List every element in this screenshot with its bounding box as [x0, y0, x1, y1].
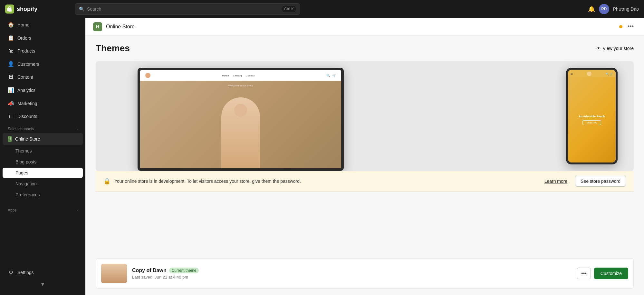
- sidebar-item-discounts[interactable]: 🏷 Discounts: [3, 110, 83, 123]
- customers-icon: 👤: [8, 61, 14, 67]
- main-layout: 🏠 Home 📋 Orders 🛍 Products 👤 Customers 🖼…: [0, 18, 644, 295]
- sidebar-item-products[interactable]: 🛍 Products: [3, 45, 83, 57]
- mobile-cart-icon: 🛒: [610, 73, 613, 75]
- mobile-screen: ☰ 🔍 🛒 An Adorable Peach Shop Now: [568, 70, 616, 162]
- menu-icon: ☰: [571, 73, 573, 75]
- home-icon: 🏠: [8, 22, 14, 28]
- sidebar-item-label: Discounts: [17, 114, 37, 119]
- desktop-hero-figure: [221, 97, 260, 168]
- scroll-down-indicator: ▼: [0, 279, 85, 290]
- themes-header: Themes 👁 View your store: [96, 43, 634, 54]
- desktop-hero: Welcome to our Store: [140, 81, 341, 168]
- sidebar-subitem-pages[interactable]: Pages: [3, 168, 83, 178]
- orders-icon: 📋: [8, 35, 14, 41]
- content-header: H Online Store •••: [85, 18, 644, 35]
- sidebar-subitem-label: Themes: [15, 148, 32, 153]
- mobile-logo-circle: [587, 72, 591, 76]
- marketing-icon: 📣: [8, 100, 14, 106]
- sidebar-subitem-label: Blog posts: [15, 159, 36, 164]
- logo-text: shopify: [17, 6, 37, 13]
- theme-thumbnail: [101, 264, 127, 283]
- mobile-mockup: ☰ 🔍 🛒 An Adorable Peach Shop Now: [566, 68, 618, 164]
- themes-title: Themes: [96, 43, 130, 54]
- mobile-hero-text: An Adorable Peach: [579, 115, 605, 119]
- content-icon: 🖼: [8, 74, 14, 80]
- search-input[interactable]: [87, 6, 279, 12]
- sidebar-subitem-label: Navigation: [15, 181, 37, 186]
- customize-button[interactable]: Customize: [594, 268, 628, 279]
- dev-banner: 🔒 Your online store is in development. T…: [96, 171, 634, 192]
- see-store-password-button[interactable]: See store password: [575, 176, 626, 187]
- topbar-right: 🔔 PD Phương Đào: [588, 4, 639, 14]
- dev-banner-text: Your online store is in development. To …: [114, 179, 541, 184]
- notification-icon[interactable]: 🔔: [588, 5, 595, 13]
- content-header-title: Online Store: [106, 24, 135, 30]
- cart-nav-icon: 🛒: [332, 74, 336, 77]
- mobile-search-icon: 🔍: [606, 73, 609, 75]
- sidebar-subitem-label: Pages: [15, 170, 28, 175]
- current-theme-badge: Current theme: [169, 268, 199, 273]
- sidebar-item-settings[interactable]: ⚙ Settings: [3, 266, 83, 279]
- sidebar-item-label: Settings: [17, 270, 34, 275]
- theme-preview-area: Home Catalog Contact 🔍 🛒 Welcome to our …: [96, 61, 634, 171]
- desktop-hero-text: Welcome to our Store: [228, 84, 253, 87]
- desktop-nav-logo: [145, 73, 150, 78]
- sidebar-subitem-preferences[interactable]: Preferences: [3, 190, 83, 200]
- amber-status-dot: [619, 25, 622, 28]
- theme-thumbnail-inner: [101, 264, 127, 283]
- sidebar-item-online-store[interactable]: H Online Store: [3, 133, 83, 145]
- theme-actions: ••• Customize: [577, 268, 628, 279]
- sales-channels-label: Sales channels ›: [0, 123, 85, 133]
- chevron-down-icon: ▼: [40, 281, 45, 287]
- content-header-icon: H: [93, 22, 102, 31]
- chevron-right-icon-apps: ›: [77, 209, 78, 212]
- sidebar-item-label: Content: [17, 74, 33, 80]
- sidebar-item-label: Customers: [17, 62, 39, 67]
- themes-page: Themes 👁 View your store: [85, 35, 644, 252]
- sidebar-item-customers[interactable]: 👤 Customers: [3, 58, 83, 70]
- mobile-hero: An Adorable Peach Shop Now: [568, 77, 616, 162]
- sidebar-item-marketing[interactable]: 📣 Marketing: [3, 97, 83, 110]
- logo: shopify: [5, 5, 70, 14]
- user-name: Phương Đào: [613, 6, 639, 12]
- mobile-nav-right-icons: 🔍 🛒: [606, 73, 613, 75]
- content-header-right: •••: [619, 22, 636, 31]
- search-shortcut: Ctrl K: [282, 6, 296, 12]
- sidebar-subitem-label: Preferences: [15, 192, 40, 197]
- sidebar-item-label: Marketing: [17, 101, 37, 106]
- sidebar: 🏠 Home 📋 Orders 🛍 Products 👤 Customers 🖼…: [0, 18, 85, 295]
- shopify-logo-icon: [5, 5, 14, 14]
- theme-info: Copy of Dawn Current theme Last saved: J…: [132, 268, 572, 280]
- current-theme-section: Copy of Dawn Current theme Last saved: J…: [85, 252, 644, 295]
- search-bar[interactable]: 🔍 Ctrl K: [75, 3, 300, 15]
- mobile-nav: ☰ 🔍 🛒: [568, 70, 616, 77]
- theme-more-button[interactable]: •••: [577, 268, 591, 279]
- chevron-right-icon: ›: [77, 127, 78, 131]
- desktop-screen: Home Catalog Contact 🔍 🛒 Welcome to our …: [140, 70, 341, 168]
- sidebar-subitem-themes[interactable]: Themes: [3, 146, 83, 156]
- sidebar-item-analytics[interactable]: 📊 Analytics: [3, 84, 83, 96]
- desktop-nav: Home Catalog Contact 🔍 🛒: [140, 70, 341, 81]
- sidebar-item-orders[interactable]: 📋 Orders: [3, 32, 83, 44]
- settings-icon: ⚙: [8, 269, 14, 275]
- desktop-nav-icons: 🔍 🛒: [326, 74, 336, 77]
- search-nav-icon: 🔍: [326, 74, 330, 77]
- sidebar-item-home[interactable]: 🏠 Home: [3, 18, 83, 31]
- mobile-hero-btn: Shop Now: [582, 120, 601, 125]
- search-icon: 🔍: [79, 6, 84, 12]
- current-theme-card: Copy of Dawn Current theme Last saved: J…: [96, 258, 634, 289]
- sidebar-item-content[interactable]: 🖼 Content: [3, 71, 83, 83]
- analytics-icon: 📊: [8, 87, 14, 93]
- sidebar-subitem-navigation[interactable]: Navigation: [3, 179, 83, 189]
- avatar[interactable]: PD: [599, 4, 609, 14]
- apps-label: Apps ›: [0, 204, 85, 214]
- learn-more-link[interactable]: Learn more: [544, 179, 568, 184]
- eye-icon: 👁: [596, 46, 601, 51]
- sidebar-item-label: Orders: [17, 35, 31, 41]
- desktop-mockup: Home Catalog Contact 🔍 🛒 Welcome to our …: [138, 68, 344, 171]
- theme-name: Copy of Dawn: [132, 268, 167, 273]
- sidebar-subitem-blog-posts[interactable]: Blog posts: [3, 157, 83, 167]
- view-store-button[interactable]: 👁 View your store: [596, 46, 634, 51]
- more-options-button[interactable]: •••: [625, 22, 636, 31]
- lock-icon: 🔒: [103, 178, 111, 185]
